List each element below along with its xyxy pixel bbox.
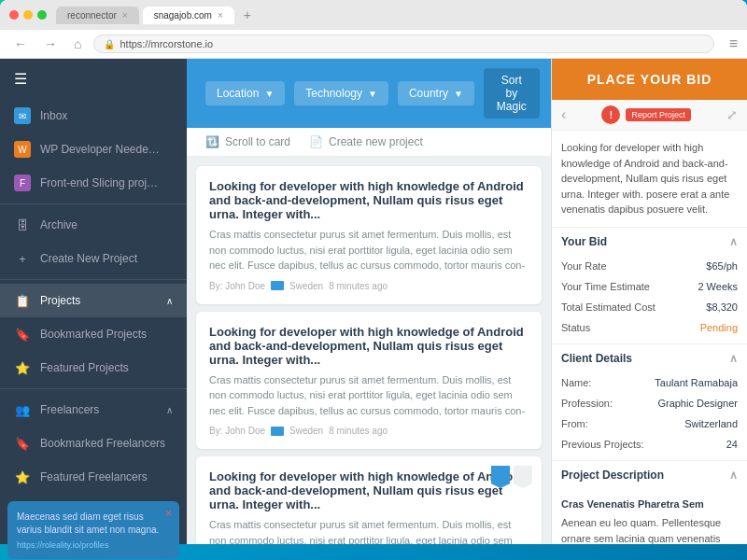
tab-2-label: snagajob.com [154,10,212,21]
client-from-label: From: [561,418,588,429]
sidebar-item-bookmarked-projects[interactable]: 🔖 Bookmarked Projects [0,317,187,351]
sidebar-label-wp: WP Developer Needed for... [40,143,162,156]
project-body: Cras mattis consectetur purus sit amet f… [209,517,529,544]
technology-filter[interactable]: Technology ▼ [294,81,388,105]
your-bid-chevron-icon[interactable]: ∧ [729,235,738,248]
project-description-title: Project Description [561,469,664,482]
scroll-icon: 🔃 [205,135,219,148]
browser-menu-button[interactable]: ≡ [729,35,738,52]
project-location: Sweden [289,426,323,436]
your-bid-title: Your Bid [561,235,607,248]
forward-button[interactable]: → [39,35,62,53]
client-name-row: Name: Taulant Ramabaja [552,372,747,393]
location-filter[interactable]: Location ▼ [205,81,285,105]
projects-list: Looking for developer with high knowledg… [187,157,551,544]
bid-status-label: Status [561,322,590,333]
action-bar: 🔃 Scroll to card 📄 Create new project [187,128,551,157]
panel-project-title: Looking for developer with high knowledg… [552,131,747,228]
app-container: ☰ ✉ Inbox W WP Developer Needed for... F… [0,59,747,544]
client-details-header: Client Details ∧ [552,344,747,372]
country-filter-label: Country [409,87,448,100]
sidebar-item-projects[interactable]: 📋 Projects ∧ [0,284,187,317]
location-filter-label: Location [217,87,259,100]
sidebar-item-freelancers[interactable]: 👥 Freelancers ∧ [0,393,187,427]
scroll-to-card-button[interactable]: 🔃 Scroll to card [205,135,290,148]
sort-button[interactable]: Sort by Magic [484,68,540,119]
client-projects-label: Previous Projects: [561,439,644,450]
sidebar-item-archive[interactable]: 🗄 Archive [0,208,187,242]
sidebar-divider-3 [0,388,187,389]
client-details-section: Client Details ∧ Name: Taulant Ramabaja … [552,344,747,461]
country-filter[interactable]: Country ▼ [398,81,474,105]
maximize-dot[interactable] [37,10,47,20]
browser-tab-2[interactable]: snagajob.com × [143,7,234,24]
project-author: By: John Doe [209,426,265,436]
featured-projects-icon: ⭐ [14,359,31,376]
browser-titlebar: reconnector × snagajob.com × + [0,0,747,30]
sidebar-item-featured-projects[interactable]: ⭐ Featured Projects [0,351,187,385]
panel-expand-button[interactable]: ⤢ [726,107,738,122]
country-flag-icon [271,427,284,436]
close-dot[interactable] [9,10,19,20]
client-details-chevron-icon[interactable]: ∧ [729,352,738,365]
sidebar-label-frontend: Front-end Slicing project... [40,176,162,189]
project-time: 8 minutes ago [329,281,388,291]
back-button[interactable]: ← [9,35,32,53]
new-tab-button[interactable]: + [238,6,257,24]
sidebar-label-bookmarked-freelancers: Bookmarked Freelancers [40,437,165,450]
address-bar[interactable]: 🔒 https://mrcorstone.io [93,35,713,53]
project-body: Cras mattis consectetur purus sit amet f… [209,372,529,419]
sidebar-item-wp[interactable]: W WP Developer Needed for... [0,133,187,166]
project-body: Cras mattis consectetur purus sit amet f… [209,227,529,273]
client-details-title: Client Details [561,352,632,365]
sidebar-item-create-project[interactable]: + Create New Project [0,242,187,275]
sidebar-item-frontend[interactable]: F Front-end Slicing project... [0,166,187,200]
project-description-chevron-icon[interactable]: ∧ [729,469,738,482]
tab-2-close[interactable]: × [218,10,223,21]
project-card[interactable]: Looking for developer with high knowledg… [196,166,542,304]
notification-close-icon[interactable]: × [165,507,172,520]
filter-bar: Location ▼ Technology ▼ Country ▼ Sort b… [187,59,551,128]
project-card[interactable]: Looking for developer with high knowledg… [196,456,542,544]
project-card[interactable]: Looking for developer with high knowledg… [196,312,542,450]
place-bid-header[interactable]: PLACE YOUR BID [552,59,747,100]
notification-text: Maecenas sed diam eget risus varius blan… [17,511,170,537]
browser-tab-1[interactable]: reconnector × [56,7,139,24]
projects-icon: 📋 [14,292,31,309]
home-button[interactable]: ⌂ [69,35,86,53]
sidebar-item-featured-freelancers[interactable]: ⭐ Featured Freelancers [0,460,187,494]
sidebar: ☰ ✉ Inbox W WP Developer Needed for... F… [0,59,187,544]
country-filter-arrow-icon: ▼ [454,89,463,99]
create-project-button[interactable]: 📄 Create new project [309,135,423,148]
sidebar-bottom: × Maecenas sed diam eget risus varius bl… [0,494,187,560]
bid-cost-value: $8,320 [706,301,738,313]
browser-toolbar: ← → ⌂ 🔒 https://mrcorstone.io ≡ [0,30,747,59]
featured-freelancers-icon: ⭐ [14,469,31,485]
technology-filter-label: Technology [305,87,362,100]
bid-cost-label: Total Estimated Cost [561,301,655,313]
tab-1-close[interactable]: × [122,10,128,21]
sidebar-item-bookmarked-freelancers[interactable]: 🔖 Bookmarked Freelancers [0,427,187,460]
project-meta: By: John Doe Sweden 8 minutes ago [209,426,529,436]
minimize-dot[interactable] [23,10,33,20]
sidebar-label-featured-projects: Featured Projects [40,361,129,374]
bookmark-white-icon[interactable] [514,466,532,488]
sidebar-item-inbox[interactable]: ✉ Inbox [0,99,187,133]
panel-prev-button[interactable]: ‹ [561,106,566,123]
create-icon: 📄 [309,135,323,148]
client-from-value: Switzerland [684,418,738,429]
your-bid-content: Your Rate $65/ph Your Time Estimate 2 We… [552,256,747,343]
sidebar-label-inbox: Inbox [40,109,67,122]
lock-icon: 🔒 [104,39,115,49]
project-location: Sweden [289,281,323,291]
bid-rate-label: Your Rate [561,260,607,272]
project-title: Looking for developer with high knowledg… [209,179,529,221]
report-project-badge[interactable]: Report Project [626,108,691,121]
sidebar-label-bookmarked-projects: Bookmarked Projects [40,328,147,341]
panel-nav-center: ! Report Project [601,105,691,124]
bookmark-blue-icon[interactable] [491,466,510,488]
notification-link[interactable]: https://roleality.io/profiles [17,540,170,550]
sidebar-hamburger[interactable]: ☰ [0,59,187,99]
panel-alert-badge: ! [601,105,620,124]
client-name-label: Name: [561,377,591,388]
